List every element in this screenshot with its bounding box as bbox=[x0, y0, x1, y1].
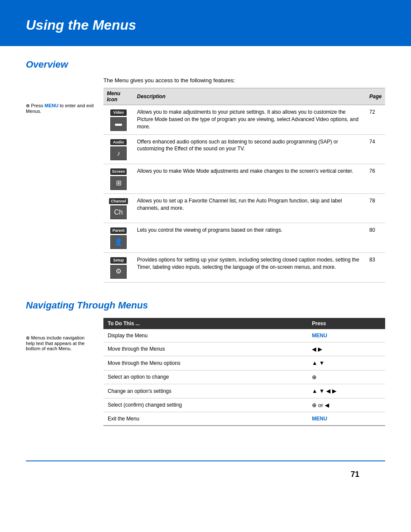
press-circle: ⊕ bbox=[312, 374, 317, 380]
nav-table-row: Display the MenuMENU bbox=[103, 329, 385, 342]
press-arrow: ◀ ▶ bbox=[312, 346, 322, 352]
nav-table-row: Move through the Menu options▲ ▼ bbox=[103, 356, 385, 370]
icon-label: Audio bbox=[110, 139, 127, 146]
nav-table-row: Select (confirm) changed setting⊕ or ◀ bbox=[103, 398, 385, 412]
press-arrow: ▲ ▼ ◀ ▶ bbox=[312, 388, 336, 394]
nav-table-row: Select an option to change⊕ bbox=[103, 370, 385, 384]
menu-icon-cell: Setup ⚙ bbox=[103, 252, 134, 282]
icon-symbol: ♪ bbox=[111, 147, 126, 160]
press-menu: MENU bbox=[312, 333, 327, 339]
table-row: Audio ♪ Offers enhanced audio options su… bbox=[103, 134, 385, 164]
icon-image: ♪ bbox=[110, 146, 127, 160]
menu-icon-cell: Parent 👤 bbox=[103, 223, 134, 253]
icon-image: 👤 bbox=[110, 235, 127, 249]
description-cell: Offers enhanced audio options such as li… bbox=[134, 134, 366, 164]
icon-label: Screen bbox=[110, 168, 127, 175]
icon-label: Channel bbox=[109, 198, 128, 205]
press-mixed: ⊕ or ◀ bbox=[312, 402, 329, 408]
icon-symbol: ▬ bbox=[111, 118, 126, 131]
icon-image: ⚙ bbox=[110, 265, 127, 279]
action-cell: Move through the Menus bbox=[103, 342, 308, 356]
header-banner: Using the Menus bbox=[0, 0, 411, 46]
press-cell: ▲ ▼ bbox=[308, 356, 385, 370]
navigating-section: Navigating Through Menus ⊕ Menus include… bbox=[26, 300, 385, 426]
menu-icon-note: ⊕ bbox=[26, 103, 30, 108]
nav-table-row: Exit the MenuMENU bbox=[103, 412, 385, 426]
action-cell: Select an option to change bbox=[103, 370, 308, 384]
menu-icon-cell: Screen ⊞ bbox=[103, 164, 134, 194]
icon-image: Ch bbox=[110, 205, 127, 219]
icon-symbol: Ch bbox=[111, 206, 126, 219]
table-row: Screen ⊞ Allows you to make Wide Mode ad… bbox=[103, 164, 385, 194]
action-cell: Exit the Menu bbox=[103, 412, 308, 426]
table-row: Setup ⚙ Provides options for setting up … bbox=[103, 252, 385, 282]
nav-table: To Do This ... Press Display the MenuMEN… bbox=[103, 318, 385, 426]
description-cell: Allows you to make adjustments to your p… bbox=[134, 105, 366, 135]
nav-col-press: Press bbox=[308, 318, 385, 329]
nav-note-icon: ⊕ bbox=[26, 335, 30, 340]
overview-side-note: ⊕ Press MENU to enter and exit Menus. bbox=[26, 103, 103, 114]
table-row: Video ▬ Allows you to make adjustments t… bbox=[103, 105, 385, 135]
nav-col-action: To Do This ... bbox=[103, 318, 308, 329]
main-content: Overview ⊕ Press MENU to enter and exit … bbox=[0, 59, 411, 460]
press-arrow: ▲ ▼ bbox=[312, 360, 324, 366]
description-cell: Lets you control the viewing of programs… bbox=[134, 223, 366, 253]
action-cell: Select (confirm) changed setting bbox=[103, 398, 308, 412]
page-number: 71 bbox=[351, 470, 359, 479]
icon-image: ▬ bbox=[110, 117, 127, 131]
action-cell: Display the Menu bbox=[103, 329, 308, 342]
overview-section: Overview ⊕ Press MENU to enter and exit … bbox=[26, 59, 385, 283]
table-row: Parent 👤 Lets you control the viewing of… bbox=[103, 223, 385, 253]
page-footer: 71 bbox=[26, 460, 385, 488]
col-menu-icon: Menu Icon bbox=[103, 88, 134, 105]
icon-label: Setup bbox=[110, 257, 127, 264]
description-cell: Provides options for setting up your sys… bbox=[134, 252, 366, 282]
description-cell: Allows you to set up a Favorite Channel … bbox=[134, 193, 366, 223]
page-cell: 72 bbox=[366, 105, 385, 135]
overview-heading: Overview bbox=[26, 59, 385, 70]
menu-icon-table: Menu Icon Description Page Video ▬ Allow… bbox=[103, 88, 385, 283]
nav-wrapper: ⊕ Menus include navigation help text tha… bbox=[26, 318, 385, 426]
page-cell: 76 bbox=[366, 164, 385, 194]
navigating-heading: Navigating Through Menus bbox=[26, 300, 385, 311]
press-cell: MENU bbox=[308, 412, 385, 426]
nav-table-row: Change an option's settings▲ ▼ ◀ ▶ bbox=[103, 384, 385, 398]
press-cell: ⊕ or ◀ bbox=[308, 398, 385, 412]
page-cell: 83 bbox=[366, 252, 385, 282]
icon-label: Parent bbox=[110, 227, 127, 234]
icon-symbol: 👤 bbox=[111, 236, 126, 249]
page-cell: 80 bbox=[366, 223, 385, 253]
press-cell: MENU bbox=[308, 329, 385, 342]
description-cell: Allows you to make Wide Mode adjustments… bbox=[134, 164, 366, 194]
page-cell: 74 bbox=[366, 134, 385, 164]
nav-side-note: ⊕ Menus include navigation help text tha… bbox=[26, 335, 103, 351]
press-menu: MENU bbox=[312, 416, 327, 422]
table-row: Channel Ch Allows you to set up a Favori… bbox=[103, 193, 385, 223]
icon-symbol: ⊞ bbox=[111, 177, 126, 190]
nav-table-row: Move through the Menus◀ ▶ bbox=[103, 342, 385, 356]
page-cell: 78 bbox=[366, 193, 385, 223]
menu-icon-cell: Audio ♪ bbox=[103, 134, 134, 164]
press-cell: ⊕ bbox=[308, 370, 385, 384]
overview-right: The Menu gives you access to the followi… bbox=[103, 77, 385, 283]
overview-wrapper: ⊕ Press MENU to enter and exit Menus. Th… bbox=[26, 77, 385, 283]
col-page: Page bbox=[366, 88, 385, 105]
action-cell: Move through the Menu options bbox=[103, 356, 308, 370]
press-cell: ◀ ▶ bbox=[308, 342, 385, 356]
icon-image: ⊞ bbox=[110, 176, 127, 190]
overview-intro: The Menu gives you access to the followi… bbox=[103, 77, 385, 84]
action-cell: Change an option's settings bbox=[103, 384, 308, 398]
press-cell: ▲ ▼ ◀ ▶ bbox=[308, 384, 385, 398]
menu-keyword-1: MENU bbox=[44, 103, 58, 108]
menu-icon-cell: Video ▬ bbox=[103, 105, 134, 135]
icon-symbol: ⚙ bbox=[111, 265, 126, 278]
col-description: Description bbox=[134, 88, 366, 105]
menu-icon-cell: Channel Ch bbox=[103, 193, 134, 223]
nav-note-text: Menus include navigation help text that … bbox=[26, 335, 84, 351]
page-title: Using the Menus bbox=[26, 17, 385, 33]
icon-label: Video bbox=[110, 109, 127, 116]
